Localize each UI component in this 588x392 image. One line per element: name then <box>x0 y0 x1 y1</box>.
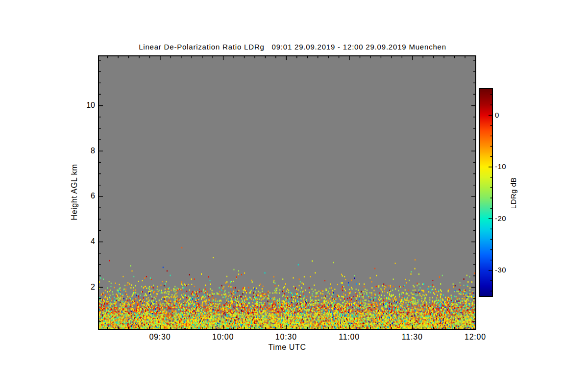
colorbar-axis-title: LDRg dB <box>509 177 517 209</box>
lidar-quicklook-page: Linear De-Polarization Ratio LDRg 09:01 … <box>0 0 588 392</box>
x-tick-label-09:30: 09:30 <box>143 333 177 341</box>
colorbar-tick-label-0: 0 <box>495 111 519 119</box>
heatmap-canvas <box>99 56 475 329</box>
y-tick-label-4: 4 <box>74 238 95 245</box>
y-tick-label-6: 6 <box>74 192 95 200</box>
x-tick-label-11:00: 11:00 <box>332 333 367 341</box>
y-tick-label-10: 10 <box>74 101 95 109</box>
colorbar-canvas <box>480 89 492 296</box>
y-tick-label-8: 8 <box>74 147 95 155</box>
x-tick-label-10:00: 10:00 <box>206 333 240 341</box>
chart-title: Linear De-Polarization Ratio LDRg 09:01 … <box>99 43 486 51</box>
x-tick-label-11:30: 11:30 <box>395 333 429 341</box>
colorbar-tick-label--30: -30 <box>495 266 519 273</box>
x-tick-label-10:30: 10:30 <box>269 333 303 341</box>
y-tick-label-2: 2 <box>74 283 95 291</box>
colorbar-frame <box>479 88 493 297</box>
colorbar-tick-label--20: -20 <box>495 215 519 222</box>
x-axis-title: Time UTC <box>99 343 475 352</box>
plot-area-frame <box>98 55 476 330</box>
colorbar-tick-label--10: -10 <box>495 163 519 170</box>
x-tick-label-12:00: 12:00 <box>458 333 492 341</box>
